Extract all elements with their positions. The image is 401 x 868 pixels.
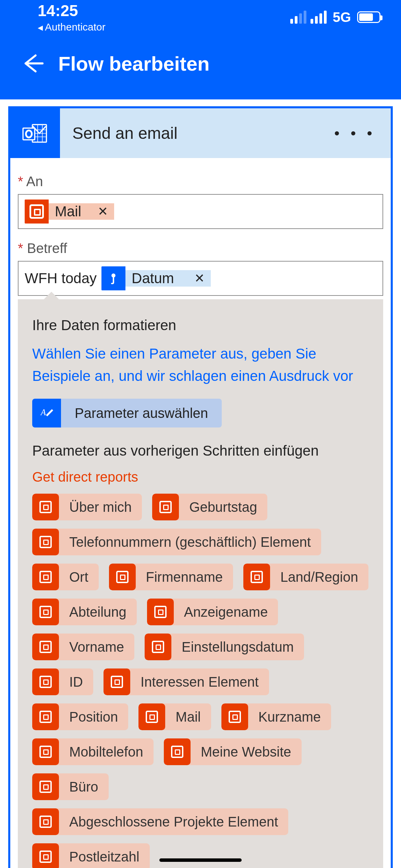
parameter-chip[interactable]: Mail [138, 703, 211, 730]
parameter-chip[interactable]: Büro [32, 773, 109, 800]
status-back-to-app[interactable]: ◂ Authenticator [38, 21, 106, 33]
parameter-chip-label: Mail [165, 709, 211, 725]
select-parameter-label: Parameter auswählen [61, 399, 222, 427]
parameter-chip[interactable]: Abgeschlossene Projekte Element [32, 808, 288, 835]
panel-heading: Ihre Daten formatieren [32, 317, 369, 334]
parameter-chip[interactable]: Ort [32, 564, 99, 590]
office-icon [152, 494, 179, 520]
token-datum-remove[interactable]: ✕ [194, 271, 205, 286]
back-app-label: Authenticator [45, 21, 106, 33]
office-icon [32, 599, 59, 625]
battery-icon [357, 11, 380, 23]
parameter-chip[interactable]: ID [32, 668, 93, 695]
token-datum-label: Datum [132, 270, 174, 287]
parameter-chip[interactable]: Firmenname [109, 564, 233, 590]
signal-primary-icon [311, 11, 327, 24]
field-subject-input[interactable]: WFH today Datum ✕ [18, 261, 383, 296]
card-menu-button[interactable]: • • • [334, 125, 376, 142]
parameter-chip[interactable]: Telefonnummern (geschäftlich) Element [32, 529, 321, 555]
select-parameter-button[interactable]: A Parameter auswählen [32, 399, 222, 427]
office-icon [32, 668, 59, 695]
panel-hint-link[interactable]: Wählen Sie einen Parameter aus, geben Si… [32, 342, 369, 387]
parameter-chip[interactable]: Abteilung [32, 599, 137, 625]
parameter-chip-label: Interessen Element [130, 674, 269, 690]
token-datum[interactable]: Datum ✕ [101, 266, 211, 290]
office-icon [32, 843, 59, 868]
office-icon [32, 494, 59, 520]
parameter-chip-label: Land/Region [270, 569, 368, 585]
signal-secondary-icon [290, 11, 306, 24]
panel-subheading: Parameter aus vorherigen Schritten einfü… [32, 443, 369, 459]
token-mail-label: Mail [55, 203, 81, 220]
format-icon: A [32, 399, 61, 427]
back-arrow-icon[interactable] [21, 51, 45, 75]
parameter-chip[interactable]: Postleitzahl [32, 843, 150, 868]
office-icon [104, 668, 130, 695]
office-icon [138, 703, 165, 730]
office-icon [32, 808, 59, 835]
card-header[interactable]: Send an email • • • [10, 108, 391, 158]
network-type: 5G [333, 10, 351, 25]
parameter-chip-label: Abgeschlossene Projekte Element [59, 814, 288, 830]
parameter-chip-label: ID [59, 674, 93, 690]
parameter-chip[interactable]: Geburtstag [152, 494, 267, 520]
parameter-chip[interactable]: Interessen Element [104, 668, 269, 695]
parameter-chip-label: Über mich [59, 499, 142, 515]
parameter-chip[interactable]: Anzeigename [147, 599, 278, 625]
parameter-chip-label: Ort [59, 569, 99, 585]
parameter-chip[interactable]: Kurzname [221, 703, 331, 730]
parameter-chip[interactable]: Vorname [32, 634, 134, 660]
subject-text: WFH today [25, 270, 97, 287]
status-time: 14:25 [38, 1, 106, 20]
parameter-chip-label: Büro [59, 779, 109, 795]
office-icon [109, 564, 136, 590]
parameter-chip[interactable]: Mobiltelefon [32, 738, 154, 765]
back-caret-icon: ◂ [38, 21, 43, 33]
office-icon [32, 564, 59, 590]
dynamic-content-panel: Ihre Daten formatieren Wählen Sie einen … [18, 299, 383, 868]
token-mail[interactable]: Mail ✕ [25, 200, 114, 224]
parameter-chip-label: Anzeigename [174, 604, 278, 620]
office-icon [147, 599, 174, 625]
office-icon [145, 634, 171, 660]
parameter-chip[interactable]: Position [32, 703, 128, 730]
office-icon [221, 703, 248, 730]
panel-source[interactable]: Get direct reports [32, 469, 369, 485]
parameter-chip-list: Über michGeburtstagTelefonnummern (gesch… [32, 494, 369, 868]
status-bar: 14:25 ◂ Authenticator 5G [0, 0, 401, 34]
field-to: * An Mail ✕ [18, 174, 383, 229]
home-indicator[interactable] [159, 858, 242, 862]
parameter-chip-label: Vorname [59, 639, 134, 655]
card-title: Send an email [72, 124, 178, 143]
office-icon [32, 738, 59, 765]
outlook-icon [10, 108, 60, 158]
token-mail-remove[interactable]: ✕ [98, 204, 108, 219]
parameter-chip[interactable]: Einstellungsdatum [145, 634, 304, 660]
field-to-label: * An [18, 174, 383, 189]
office-icon [32, 529, 59, 555]
action-card: Send an email • • • * An Mail ✕ * [8, 106, 393, 868]
field-to-input[interactable]: Mail ✕ [18, 194, 383, 229]
parameter-chip-label: Abteilung [59, 604, 137, 620]
office-icon [32, 773, 59, 800]
parameter-chip-label: Postleitzahl [59, 849, 150, 865]
parameter-chip-label: Telefonnummern (geschäftlich) Element [59, 534, 321, 550]
field-subject-label: * Betreff [18, 241, 383, 256]
office-icon [243, 564, 270, 590]
parameter-chip-label: Mobiltelefon [59, 744, 154, 760]
parameter-chip-label: Firmenname [136, 569, 233, 585]
office-icon [25, 200, 49, 224]
office-icon [164, 738, 191, 765]
parameter-chip-label: Geburtstag [179, 499, 267, 515]
parameter-chip-label: Einstellungsdatum [171, 639, 304, 655]
office-icon [32, 634, 59, 660]
svg-text:A: A [40, 408, 46, 417]
page-title: Flow bearbeiten [58, 52, 210, 75]
app-header: Flow bearbeiten [0, 34, 401, 99]
parameter-chip[interactable]: Meine Website [164, 738, 302, 765]
field-subject: * Betreff WFH today Datum ✕ [18, 241, 383, 296]
parameter-chip[interactable]: Über mich [32, 494, 142, 520]
parameter-chip[interactable]: Land/Region [243, 564, 368, 590]
office-icon [32, 703, 59, 730]
parameter-chip-label: Position [59, 709, 128, 725]
